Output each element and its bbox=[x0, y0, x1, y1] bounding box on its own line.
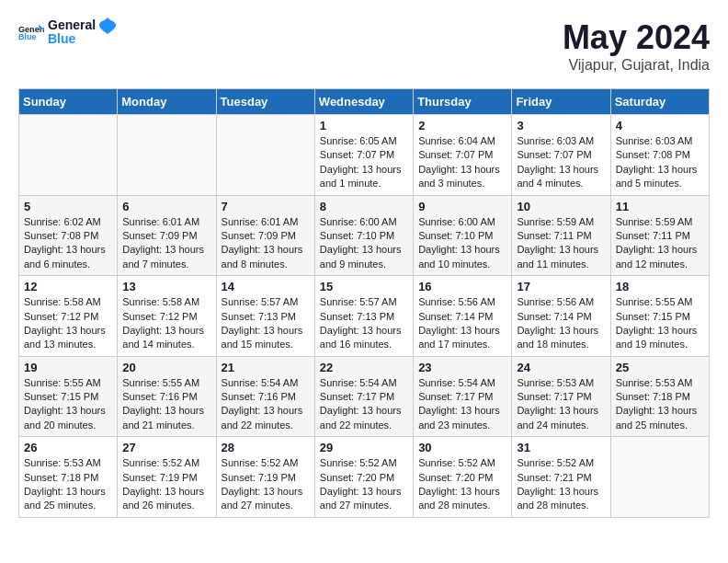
day-number: 6 bbox=[122, 200, 210, 213]
day-number: 20 bbox=[122, 361, 210, 374]
calendar-week-5: 26Sunrise: 5:53 AMSunset: 7:18 PMDayligh… bbox=[19, 437, 710, 518]
calendar-cell: 4Sunrise: 6:03 AMSunset: 7:08 PMDaylight… bbox=[610, 115, 709, 196]
calendar-cell bbox=[610, 437, 709, 518]
calendar-body: 1Sunrise: 6:05 AMSunset: 7:07 PMDaylight… bbox=[19, 115, 710, 518]
day-number: 8 bbox=[320, 200, 408, 213]
day-number: 29 bbox=[320, 441, 408, 454]
day-info: Sunrise: 6:05 AMSunset: 7:07 PMDaylight:… bbox=[320, 134, 408, 191]
day-info: Sunrise: 6:03 AMSunset: 7:07 PMDaylight:… bbox=[517, 134, 605, 191]
day-info: Sunrise: 6:04 AMSunset: 7:07 PMDaylight:… bbox=[418, 134, 506, 191]
day-info: Sunrise: 6:01 AMSunset: 7:09 PMDaylight:… bbox=[122, 215, 210, 272]
day-number: 17 bbox=[517, 280, 605, 293]
calendar-cell: 2Sunrise: 6:04 AMSunset: 7:07 PMDaylight… bbox=[414, 115, 512, 196]
calendar-cell bbox=[216, 115, 314, 196]
day-info: Sunrise: 5:55 AMSunset: 7:15 PMDaylight:… bbox=[24, 376, 112, 433]
svg-text:Blue: Blue bbox=[18, 33, 37, 42]
calendar-week-4: 19Sunrise: 5:55 AMSunset: 7:15 PMDayligh… bbox=[19, 356, 710, 437]
day-info: Sunrise: 5:58 AMSunset: 7:12 PMDaylight:… bbox=[122, 295, 210, 352]
calendar-cell: 29Sunrise: 5:52 AMSunset: 7:20 PMDayligh… bbox=[314, 437, 413, 518]
day-number: 9 bbox=[418, 200, 506, 213]
day-info: Sunrise: 5:58 AMSunset: 7:12 PMDaylight:… bbox=[24, 295, 112, 352]
day-info: Sunrise: 5:55 AMSunset: 7:15 PMDaylight:… bbox=[616, 295, 704, 352]
day-number: 31 bbox=[517, 441, 605, 454]
day-number: 25 bbox=[616, 361, 704, 374]
day-number: 23 bbox=[418, 361, 506, 374]
day-info: Sunrise: 5:56 AMSunset: 7:14 PMDaylight:… bbox=[517, 295, 605, 352]
day-number: 16 bbox=[418, 280, 506, 293]
calendar-header-row: SundayMondayTuesdayWednesdayThursdayFrid… bbox=[19, 89, 710, 115]
header-sunday: Sunday bbox=[19, 89, 118, 115]
day-info: Sunrise: 5:59 AMSunset: 7:11 PMDaylight:… bbox=[616, 215, 704, 272]
day-number: 11 bbox=[616, 200, 704, 213]
day-info: Sunrise: 5:52 AMSunset: 7:20 PMDaylight:… bbox=[320, 456, 408, 513]
day-info: Sunrise: 6:00 AMSunset: 7:10 PMDaylight:… bbox=[418, 215, 506, 272]
day-number: 12 bbox=[24, 280, 112, 293]
title-block: May 2024 Vijapur, Gujarat, India bbox=[563, 18, 710, 74]
calendar-cell bbox=[118, 115, 216, 196]
logo: General Blue General Blue bbox=[18, 18, 116, 47]
calendar-cell: 27Sunrise: 5:52 AMSunset: 7:19 PMDayligh… bbox=[118, 437, 216, 518]
calendar-cell: 12Sunrise: 5:58 AMSunset: 7:12 PMDayligh… bbox=[19, 276, 118, 357]
calendar-table: SundayMondayTuesdayWednesdayThursdayFrid… bbox=[18, 88, 710, 518]
calendar-cell: 16Sunrise: 5:56 AMSunset: 7:14 PMDayligh… bbox=[414, 276, 512, 357]
day-number: 15 bbox=[320, 280, 408, 293]
header-friday: Friday bbox=[512, 89, 610, 115]
calendar-cell: 14Sunrise: 5:57 AMSunset: 7:13 PMDayligh… bbox=[216, 276, 314, 357]
header-tuesday: Tuesday bbox=[216, 89, 314, 115]
day-info: Sunrise: 5:52 AMSunset: 7:21 PMDaylight:… bbox=[517, 456, 605, 513]
day-number: 26 bbox=[24, 441, 112, 454]
calendar-cell: 31Sunrise: 5:52 AMSunset: 7:21 PMDayligh… bbox=[512, 437, 610, 518]
day-info: Sunrise: 5:53 AMSunset: 7:18 PMDaylight:… bbox=[24, 456, 112, 513]
day-number: 28 bbox=[222, 441, 310, 454]
day-number: 5 bbox=[24, 200, 112, 213]
calendar-cell: 9Sunrise: 6:00 AMSunset: 7:10 PMDaylight… bbox=[414, 195, 512, 276]
day-info: Sunrise: 5:54 AMSunset: 7:17 PMDaylight:… bbox=[418, 376, 506, 433]
day-number: 3 bbox=[517, 119, 605, 132]
calendar-cell: 19Sunrise: 5:55 AMSunset: 7:15 PMDayligh… bbox=[19, 356, 118, 437]
day-number: 27 bbox=[122, 441, 210, 454]
day-info: Sunrise: 6:02 AMSunset: 7:08 PMDaylight:… bbox=[24, 215, 112, 272]
header-wednesday: Wednesday bbox=[314, 89, 413, 115]
day-number: 21 bbox=[222, 361, 310, 374]
day-number: 24 bbox=[517, 361, 605, 374]
day-info: Sunrise: 5:52 AMSunset: 7:19 PMDaylight:… bbox=[222, 456, 310, 513]
day-info: Sunrise: 5:56 AMSunset: 7:14 PMDaylight:… bbox=[418, 295, 506, 352]
day-info: Sunrise: 5:53 AMSunset: 7:17 PMDaylight:… bbox=[517, 376, 605, 433]
day-info: Sunrise: 5:54 AMSunset: 7:17 PMDaylight:… bbox=[320, 376, 408, 433]
header-monday: Monday bbox=[118, 89, 216, 115]
logo-icon: General Blue bbox=[18, 23, 44, 41]
calendar-cell: 5Sunrise: 6:02 AMSunset: 7:08 PMDaylight… bbox=[19, 195, 118, 276]
calendar-cell: 30Sunrise: 5:52 AMSunset: 7:20 PMDayligh… bbox=[414, 437, 512, 518]
calendar-cell: 23Sunrise: 5:54 AMSunset: 7:17 PMDayligh… bbox=[414, 356, 512, 437]
day-info: Sunrise: 5:52 AMSunset: 7:19 PMDaylight:… bbox=[122, 456, 210, 513]
day-number: 14 bbox=[222, 280, 310, 293]
day-number: 18 bbox=[616, 280, 704, 293]
day-info: Sunrise: 5:55 AMSunset: 7:16 PMDaylight:… bbox=[122, 376, 210, 433]
header-thursday: Thursday bbox=[414, 89, 512, 115]
calendar-cell: 11Sunrise: 5:59 AMSunset: 7:11 PMDayligh… bbox=[610, 195, 709, 276]
calendar-cell: 24Sunrise: 5:53 AMSunset: 7:17 PMDayligh… bbox=[512, 356, 610, 437]
calendar-cell: 6Sunrise: 6:01 AMSunset: 7:09 PMDaylight… bbox=[118, 195, 216, 276]
calendar-week-1: 1Sunrise: 6:05 AMSunset: 7:07 PMDaylight… bbox=[19, 115, 710, 196]
calendar-cell: 17Sunrise: 5:56 AMSunset: 7:14 PMDayligh… bbox=[512, 276, 610, 357]
day-info: Sunrise: 6:01 AMSunset: 7:09 PMDaylight:… bbox=[222, 215, 310, 272]
calendar-week-3: 12Sunrise: 5:58 AMSunset: 7:12 PMDayligh… bbox=[19, 276, 710, 357]
day-number: 2 bbox=[418, 119, 506, 132]
day-info: Sunrise: 6:03 AMSunset: 7:08 PMDaylight:… bbox=[616, 134, 704, 191]
day-info: Sunrise: 5:57 AMSunset: 7:13 PMDaylight:… bbox=[222, 295, 310, 352]
day-info: Sunrise: 6:00 AMSunset: 7:10 PMDaylight:… bbox=[320, 215, 408, 272]
day-info: Sunrise: 5:53 AMSunset: 7:18 PMDaylight:… bbox=[616, 376, 704, 433]
calendar-cell: 3Sunrise: 6:03 AMSunset: 7:07 PMDaylight… bbox=[512, 115, 610, 196]
calendar-cell: 26Sunrise: 5:53 AMSunset: 7:18 PMDayligh… bbox=[19, 437, 118, 518]
location-subtitle: Vijapur, Gujarat, India bbox=[563, 57, 710, 74]
day-number: 13 bbox=[122, 280, 210, 293]
day-number: 10 bbox=[517, 200, 605, 213]
day-number: 30 bbox=[418, 441, 506, 454]
calendar-cell: 7Sunrise: 6:01 AMSunset: 7:09 PMDaylight… bbox=[216, 195, 314, 276]
page-header: General Blue General Blue May 2024 Vijap… bbox=[18, 18, 710, 74]
calendar-cell: 8Sunrise: 6:00 AMSunset: 7:10 PMDaylight… bbox=[314, 195, 413, 276]
calendar-cell: 13Sunrise: 5:58 AMSunset: 7:12 PMDayligh… bbox=[118, 276, 216, 357]
day-info: Sunrise: 5:54 AMSunset: 7:16 PMDaylight:… bbox=[222, 376, 310, 433]
calendar-cell: 22Sunrise: 5:54 AMSunset: 7:17 PMDayligh… bbox=[314, 356, 413, 437]
calendar-cell: 21Sunrise: 5:54 AMSunset: 7:16 PMDayligh… bbox=[216, 356, 314, 437]
